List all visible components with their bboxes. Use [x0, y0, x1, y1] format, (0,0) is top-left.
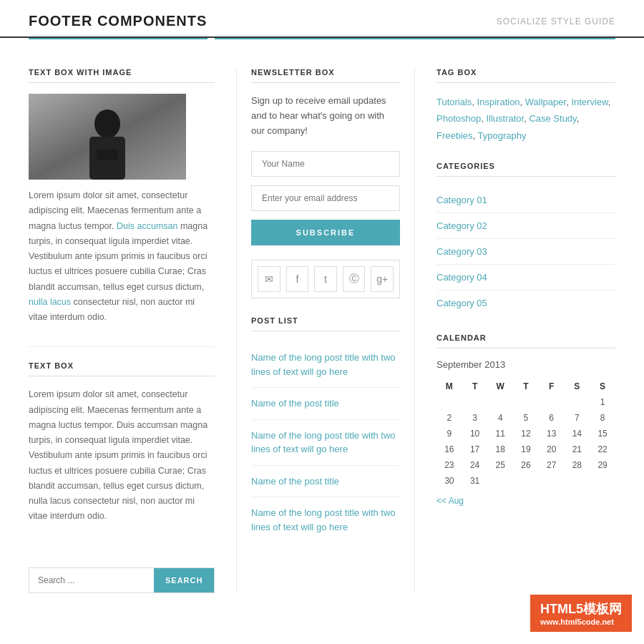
watermark-line2: www.html5code.net	[540, 618, 622, 626]
post-link[interactable]: Name of the long post title with two lin…	[251, 351, 400, 379]
post-link[interactable]: Name of the long post title with two lin…	[251, 506, 400, 534]
tag-box-section: TAG BOX Tutorials, Inspiration, Wallpape…	[436, 68, 615, 144]
calendar-day[interactable]: 23	[436, 457, 462, 473]
calendar-day	[513, 394, 539, 410]
calendar-day[interactable]: 20	[539, 441, 565, 457]
post-link[interactable]: Name of the long post title with two lin…	[251, 429, 400, 457]
calendar-day[interactable]: 29	[590, 457, 615, 473]
category-item: Category 04	[436, 265, 615, 291]
calendar-day[interactable]: 19	[513, 441, 539, 457]
list-item: Name of the post title	[251, 388, 400, 420]
categories-section: CATEGORIES Category 01Category 02Categor…	[436, 162, 615, 316]
calendar-day[interactable]: 30	[436, 473, 462, 489]
category-link[interactable]: Category 02	[436, 220, 487, 231]
watermark: HTML5模板网 www.html5code.net	[529, 593, 633, 633]
main-content: TEXT BOX WITH IMAGE	[0, 39, 644, 622]
subscribe-button[interactable]: SUBSCRIBE	[251, 220, 400, 245]
post-list-section: POST LIST Name of the long post title wi…	[251, 316, 400, 542]
tag-link[interactable]: Typography	[478, 130, 527, 141]
tag-link[interactable]: Interview	[571, 97, 608, 107]
calendar-day[interactable]: 26	[513, 457, 539, 473]
calendar-day[interactable]: 6	[539, 410, 565, 426]
category-link[interactable]: Category 04	[436, 272, 487, 283]
calendar-day[interactable]: 5	[513, 410, 539, 426]
calendar-section: CALENDAR September 2013 MTWTFSS123456789…	[436, 333, 615, 506]
page-header: FOOTER COMPONENTS SOCIALIZE STYLE GUIDE	[0, 0, 644, 38]
calendar-day[interactable]: 8	[590, 410, 615, 426]
calendar-day[interactable]: 13	[539, 426, 565, 441]
calendar-day-header: M	[436, 379, 462, 394]
calendar-day[interactable]: 11	[487, 426, 513, 441]
calendar-day	[487, 394, 513, 410]
table-row: 9101112131415	[436, 426, 615, 441]
tag-link[interactable]: Case Study	[529, 113, 576, 124]
calendar-day[interactable]: 2	[436, 410, 462, 426]
middle-column: NEWSLETTER BOX Sign up to receive email …	[236, 68, 415, 593]
calendar-day[interactable]: 28	[565, 457, 590, 473]
search-box: SEARCH	[29, 567, 215, 593]
calendar-day[interactable]: 3	[462, 410, 488, 426]
social-icons-bar: ✉ f t Ⓒ g+	[251, 260, 400, 298]
calendar-day[interactable]: 22	[590, 441, 615, 457]
calendar-day[interactable]: 18	[487, 441, 513, 457]
category-link[interactable]: Category 05	[436, 298, 487, 308]
right-column: TAG BOX Tutorials, Inspiration, Wallpape…	[415, 68, 615, 593]
category-link[interactable]: Category 03	[436, 246, 487, 257]
tag-list: Tutorials, Inspiration, Wallpaper, Inter…	[436, 94, 615, 144]
tag-link[interactable]: Illustrator	[486, 113, 524, 124]
calendar-month: September 2013	[436, 359, 615, 370]
name-input[interactable]	[251, 151, 400, 177]
newsletter-section: NEWSLETTER BOX Sign up to receive email …	[251, 68, 400, 245]
lorem-link-1[interactable]: Duis accumsan	[117, 221, 177, 231]
facebook-icon[interactable]: f	[286, 266, 309, 292]
calendar-day[interactable]: 7	[565, 410, 590, 426]
calendar-day	[487, 473, 513, 489]
calendar-table: MTWTFSS123456789101112131415161718192021…	[436, 379, 615, 489]
calendar-day[interactable]: 12	[513, 426, 539, 441]
page-title: FOOTER COMPONENTS	[29, 13, 207, 29]
calendar-day	[590, 473, 615, 489]
calendar-day[interactable]: 16	[436, 441, 462, 457]
list-item: Name of the long post title with two lin…	[251, 342, 400, 388]
svg-point-2	[94, 109, 120, 138]
calendar-day[interactable]: 4	[487, 410, 513, 426]
list-item: Name of the long post title with two lin…	[251, 420, 400, 466]
category-item: Category 01	[436, 187, 615, 213]
calendar-day[interactable]: 17	[462, 441, 488, 457]
category-link[interactable]: Category 01	[436, 195, 487, 205]
tag-link[interactable]: Tutorials	[436, 97, 472, 107]
table-row: 2345678	[436, 410, 615, 426]
google-plus-icon[interactable]: g+	[371, 266, 394, 292]
text-box-image-title: TEXT BOX WITH IMAGE	[29, 68, 215, 83]
search-input[interactable]	[29, 568, 154, 592]
calendar-day[interactable]: 21	[565, 441, 590, 457]
newsletter-desc: Sign up to receive email updates and to …	[251, 94, 400, 138]
calendar-day[interactable]: 25	[487, 457, 513, 473]
email-icon[interactable]: ✉	[258, 266, 280, 292]
calendar-day[interactable]: 27	[539, 457, 565, 473]
calendar-day	[462, 394, 488, 410]
calendar-prev-link[interactable]: << Aug	[436, 496, 464, 506]
photo-svg	[29, 94, 186, 180]
calendar-day[interactable]: 14	[565, 426, 590, 441]
calendar-day[interactable]: 31	[462, 473, 488, 489]
calendar-day[interactable]: 1	[590, 394, 615, 410]
tag-link[interactable]: Freebies	[436, 130, 473, 141]
calendar-day[interactable]: 24	[462, 457, 488, 473]
calendar-day[interactable]: 10	[462, 426, 488, 441]
post-link[interactable]: Name of the post title	[251, 474, 400, 489]
left-column: TEXT BOX WITH IMAGE	[29, 68, 236, 593]
text-box-title: TEXT BOX	[29, 361, 215, 376]
calendar-day[interactable]: 15	[590, 426, 615, 441]
search-button[interactable]: SEARCH	[154, 568, 214, 592]
tag-link[interactable]: Wallpaper	[525, 97, 566, 107]
lorem-link-2[interactable]: nulla lacus	[29, 297, 71, 307]
email-input[interactable]	[251, 185, 400, 211]
tag-link[interactable]: Photoshop	[436, 113, 481, 124]
calendar-day[interactable]: 9	[436, 426, 462, 441]
post-link[interactable]: Name of the post title	[251, 396, 400, 411]
instagram-icon[interactable]: Ⓒ	[343, 266, 366, 292]
twitter-icon[interactable]: t	[314, 266, 337, 292]
tag-link[interactable]: Inspiration	[477, 97, 520, 107]
post-image	[29, 94, 186, 180]
